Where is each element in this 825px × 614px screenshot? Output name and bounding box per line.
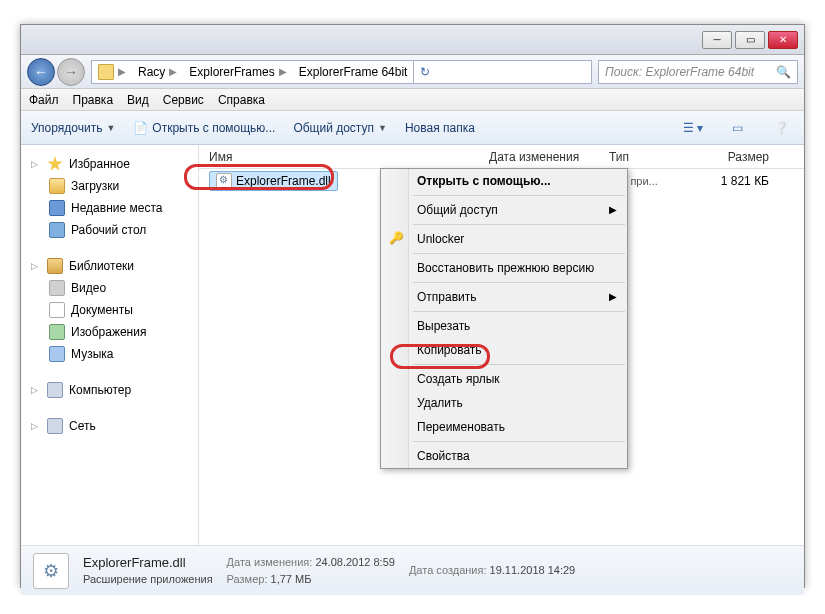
open-with-button[interactable]: 📄Открыть с помощью... <box>133 121 275 135</box>
ctx-open-with[interactable]: Открыть с помощью... <box>381 169 627 193</box>
search-input[interactable]: Поиск: ExplorerFrame 64bit 🔍 <box>598 60 798 84</box>
music-icon <box>49 346 65 362</box>
column-headers: Имя Дата изменения Тип Размер <box>199 145 804 169</box>
desktop-icon <box>49 222 65 238</box>
col-size[interactable]: Размер <box>689 150 779 164</box>
dll-icon <box>216 173 232 189</box>
details-created-label: Дата создания: <box>409 564 487 576</box>
sidebar: ▷Избранное Загрузки Недавние места Рабоч… <box>21 145 199 545</box>
details-size-label: Размер: <box>227 573 268 585</box>
computer-icon <box>47 382 63 398</box>
view-options-button[interactable]: ☰ ▾ <box>680 117 706 139</box>
sidebar-computer[interactable]: ▷Компьютер <box>25 379 194 401</box>
ctx-shortcut[interactable]: Создать ярлык <box>381 367 627 391</box>
back-button[interactable]: ← <box>27 58 55 86</box>
organize-button[interactable]: Упорядочить▼ <box>31 121 115 135</box>
sidebar-item-video[interactable]: Видео <box>25 277 194 299</box>
ctx-rename[interactable]: Переименовать <box>381 415 627 439</box>
minimize-button[interactable]: ─ <box>702 31 732 49</box>
menu-view[interactable]: Вид <box>127 93 149 107</box>
sidebar-libraries[interactable]: ▷Библиотеки <box>25 255 194 277</box>
refresh-button[interactable]: ↻ <box>413 60 435 84</box>
sidebar-network[interactable]: ▷Сеть <box>25 415 194 437</box>
breadcrumb-seg[interactable]: ExplorerFrame 64bit <box>299 65 408 79</box>
menu-edit[interactable]: Правка <box>73 93 114 107</box>
file-name: ExplorerFrame.dll <box>236 174 331 188</box>
search-icon: 🔍 <box>776 65 791 79</box>
breadcrumb-seg[interactable]: Racy <box>138 65 165 79</box>
sidebar-item-documents[interactable]: Документы <box>25 299 194 321</box>
details-filename: ExplorerFrame.dll <box>83 554 213 572</box>
menubar: Файл Правка Вид Сервис Справка <box>21 89 804 111</box>
folder-icon <box>49 178 65 194</box>
recent-icon <box>49 200 65 216</box>
preview-pane-button[interactable]: ▭ <box>724 117 750 139</box>
details-created-value: 19.11.2018 14:29 <box>490 564 576 576</box>
navbar: ← → ▶ Racy▶ ExplorerFrames▶ ExplorerFram… <box>21 55 804 89</box>
menu-help[interactable]: Справка <box>218 93 265 107</box>
col-date[interactable]: Дата изменения <box>479 150 599 164</box>
details-pane: ⚙ ExplorerFrame.dll Расширение приложени… <box>21 545 804 595</box>
file-large-icon: ⚙ <box>33 553 69 589</box>
unlocker-icon: 🔑 <box>389 231 405 247</box>
ctx-copy[interactable]: Копировать <box>381 338 627 362</box>
menu-file[interactable]: Файл <box>29 93 59 107</box>
sidebar-favorites[interactable]: ▷Избранное <box>25 153 194 175</box>
maximize-button[interactable]: ▭ <box>735 31 765 49</box>
search-placeholder: Поиск: ExplorerFrame 64bit <box>605 65 754 79</box>
breadcrumb-seg[interactable]: ExplorerFrames <box>189 65 274 79</box>
share-button[interactable]: Общий доступ▼ <box>293 121 387 135</box>
video-icon <box>49 280 65 296</box>
ctx-send-to[interactable]: Отправить▶ <box>381 285 627 309</box>
sidebar-item-music[interactable]: Музыка <box>25 343 194 365</box>
network-icon <box>47 418 63 434</box>
ctx-cut[interactable]: Вырезать <box>381 314 627 338</box>
sidebar-item-images[interactable]: Изображения <box>25 321 194 343</box>
sidebar-item-downloads[interactable]: Загрузки <box>25 175 194 197</box>
menu-tools[interactable]: Сервис <box>163 93 204 107</box>
ctx-share[interactable]: Общий доступ▶ <box>381 198 627 222</box>
help-button[interactable]: ❔ <box>768 117 794 139</box>
image-icon <box>49 324 65 340</box>
details-filetype: Расширение приложения <box>83 572 213 587</box>
breadcrumb[interactable]: ▶ Racy▶ ExplorerFrames▶ ExplorerFrame 64… <box>91 60 592 84</box>
details-size-value: 1,77 МБ <box>271 573 312 585</box>
file-size: 1 821 КБ <box>689 174 779 188</box>
toolbar: Упорядочить▼ 📄Открыть с помощью... Общий… <box>21 111 804 145</box>
col-name[interactable]: Имя <box>199 150 479 164</box>
ctx-properties[interactable]: Свойства <box>381 444 627 468</box>
details-mod-value: 24.08.2012 8:59 <box>315 556 395 568</box>
context-menu: Открыть с помощью... Общий доступ▶ 🔑Unlo… <box>380 168 628 469</box>
library-icon <box>47 258 63 274</box>
ctx-restore[interactable]: Восстановить прежнюю версию <box>381 256 627 280</box>
titlebar: ─ ▭ ✕ <box>21 25 804 55</box>
new-folder-button[interactable]: Новая папка <box>405 121 475 135</box>
star-icon <box>47 156 63 172</box>
ctx-unlocker[interactable]: 🔑Unlocker <box>381 227 627 251</box>
close-button[interactable]: ✕ <box>768 31 798 49</box>
document-icon <box>49 302 65 318</box>
sidebar-item-desktop[interactable]: Рабочий стол <box>25 219 194 241</box>
folder-icon <box>98 64 114 80</box>
sidebar-item-recent[interactable]: Недавние места <box>25 197 194 219</box>
forward-button[interactable]: → <box>57 58 85 86</box>
ctx-delete[interactable]: Удалить <box>381 391 627 415</box>
col-type[interactable]: Тип <box>599 150 689 164</box>
details-mod-label: Дата изменения: <box>227 556 313 568</box>
